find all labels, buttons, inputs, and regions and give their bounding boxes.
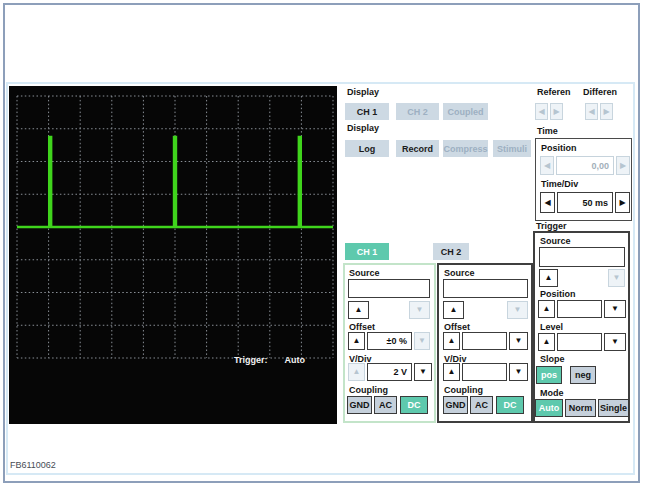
slope-pos-button[interactable]: pos xyxy=(536,366,562,384)
up-arrow-icon: ▲ xyxy=(448,368,456,376)
down-arrow-icon: ▼ xyxy=(515,368,523,376)
ch1-source-label: Source xyxy=(349,268,380,278)
timediv-label: Time/Div xyxy=(541,179,578,189)
display-ch1-button[interactable]: CH 1 xyxy=(345,103,389,120)
mode-norm-button[interactable]: Norm xyxy=(565,399,596,417)
trigger-source-field[interactable] xyxy=(539,247,625,267)
figure-id: FB6110062 xyxy=(10,460,56,470)
trigger-source-up-button[interactable]: ▲ xyxy=(539,269,558,287)
trigger-label: Trigger xyxy=(536,221,567,231)
scope-svg xyxy=(9,86,337,424)
ch1-coupling-label: Coupling xyxy=(349,385,388,395)
ch1-coupling-dc-button[interactable]: DC xyxy=(400,396,428,414)
ch1-vdiv-field[interactable]: 2 V xyxy=(367,363,412,381)
down-arrow-icon: ▼ xyxy=(611,338,619,346)
ch2-offset-label: Offset xyxy=(444,322,470,332)
ch1-offset-down-button[interactable]: ▼ xyxy=(414,332,430,350)
down-arrow-icon: ▼ xyxy=(514,306,522,314)
stimuli-button[interactable]: Stimuli xyxy=(493,140,531,157)
ch1-vdiv-up-button[interactable]: ▲ xyxy=(348,363,365,381)
ch2-vdiv-down-button[interactable]: ▼ xyxy=(509,363,528,381)
trigger-level-label: Level xyxy=(540,322,563,332)
difference-next-button[interactable]: ▶ xyxy=(600,103,613,120)
display-modes-label: Display xyxy=(347,123,379,133)
ch2-source-down-button[interactable]: ▼ xyxy=(507,301,528,319)
trigger-level-up-button[interactable]: ▲ xyxy=(538,333,555,351)
left-arrow-icon: ◀ xyxy=(544,162,550,170)
ch2-source-field[interactable] xyxy=(443,279,528,298)
left-arrow-icon: ◀ xyxy=(544,199,550,207)
display-coupled-button[interactable]: Coupled xyxy=(443,103,488,120)
trigger-level-field[interactable] xyxy=(557,333,602,351)
ch1-source-down-button[interactable]: ▼ xyxy=(409,301,430,319)
trigger-status-value: Auto xyxy=(285,355,306,365)
slope-neg-button[interactable]: neg xyxy=(570,366,596,384)
ch1-coupling-gnd-button[interactable]: GND xyxy=(347,396,372,414)
ch1-source-field[interactable] xyxy=(348,279,430,298)
scope-trace xyxy=(17,137,333,227)
trigger-status-label: Trigger: xyxy=(234,355,268,365)
tab-ch1[interactable]: CH 1 xyxy=(345,243,389,260)
up-arrow-icon: ▲ xyxy=(450,306,458,314)
trigger-position-up-button[interactable]: ▲ xyxy=(538,300,555,318)
up-arrow-icon: ▲ xyxy=(353,368,361,376)
reference-label: Referen xyxy=(537,87,571,97)
up-arrow-icon: ▲ xyxy=(545,274,553,282)
up-arrow-icon: ▲ xyxy=(543,338,551,346)
mode-auto-button[interactable]: Auto xyxy=(535,399,563,417)
down-arrow-icon: ▼ xyxy=(416,306,424,314)
right-arrow-icon: ▶ xyxy=(603,108,609,116)
record-button[interactable]: Record xyxy=(396,140,439,157)
down-arrow-icon: ▼ xyxy=(611,305,619,313)
ch2-coupling-dc-button[interactable]: DC xyxy=(496,396,524,414)
oscilloscope-app: Trigger:Auto Display CH 1 CH 2 Coupled D… xyxy=(0,0,645,489)
timediv-decrease-button[interactable]: ◀ xyxy=(540,192,555,213)
display-channels-label: Display xyxy=(347,87,379,97)
ch2-source-up-button[interactable]: ▲ xyxy=(443,301,464,319)
trigger-position-down-button[interactable]: ▼ xyxy=(604,300,626,318)
trigger-mode-label: Mode xyxy=(540,388,564,398)
up-arrow-icon: ▲ xyxy=(448,337,456,345)
left-arrow-icon: ◀ xyxy=(588,108,594,116)
display-ch2-button[interactable]: CH 2 xyxy=(396,103,439,120)
down-arrow-icon: ▼ xyxy=(419,368,427,376)
right-arrow-icon: ▶ xyxy=(619,199,625,207)
ch2-source-label: Source xyxy=(444,268,475,278)
ch2-coupling-ac-button[interactable]: AC xyxy=(470,396,493,414)
left-arrow-icon: ◀ xyxy=(538,108,544,116)
log-button[interactable]: Log xyxy=(345,140,389,157)
trigger-level-down-button[interactable]: ▼ xyxy=(604,333,626,351)
timediv-field[interactable]: 50 ms xyxy=(557,192,613,213)
difference-prev-button[interactable]: ◀ xyxy=(585,103,598,120)
ch2-coupling-gnd-button[interactable]: GND xyxy=(443,396,468,414)
time-position-field[interactable]: 0,00 xyxy=(556,156,614,175)
ch2-coupling-label: Coupling xyxy=(444,385,483,395)
ch1-source-up-button[interactable]: ▲ xyxy=(348,301,369,319)
time-position-decrease-button[interactable]: ◀ xyxy=(540,156,554,175)
time-label: Time xyxy=(537,126,558,136)
right-arrow-icon: ▶ xyxy=(553,108,559,116)
ch2-vdiv-field[interactable] xyxy=(462,363,507,381)
up-arrow-icon: ▲ xyxy=(355,306,363,314)
reference-next-button[interactable]: ▶ xyxy=(550,103,563,120)
timediv-increase-button[interactable]: ▶ xyxy=(615,192,630,213)
scope-display: Trigger:Auto xyxy=(9,86,337,424)
down-arrow-icon: ▼ xyxy=(418,337,426,345)
ch1-offset-field[interactable]: ±0 % xyxy=(367,332,412,350)
mode-single-button[interactable]: Single xyxy=(598,399,629,417)
time-position-increase-button[interactable]: ▶ xyxy=(616,156,630,175)
ch2-offset-down-button[interactable]: ▼ xyxy=(509,332,528,350)
ch2-offset-up-button[interactable]: ▲ xyxy=(443,332,460,350)
ch2-offset-field[interactable] xyxy=(462,332,507,350)
up-arrow-icon: ▲ xyxy=(543,305,551,313)
trigger-position-field[interactable] xyxy=(557,300,602,318)
trigger-source-down-button[interactable]: ▼ xyxy=(608,269,625,287)
ch1-offset-up-button[interactable]: ▲ xyxy=(348,332,365,350)
ch1-coupling-ac-button[interactable]: AC xyxy=(374,396,397,414)
reference-prev-button[interactable]: ◀ xyxy=(535,103,548,120)
trigger-source-label: Source xyxy=(540,236,571,246)
tab-ch2[interactable]: CH 2 xyxy=(433,243,469,260)
compress-button[interactable]: Compress xyxy=(443,140,488,157)
ch1-vdiv-down-button[interactable]: ▼ xyxy=(414,363,432,381)
ch2-vdiv-up-button[interactable]: ▲ xyxy=(443,363,460,381)
